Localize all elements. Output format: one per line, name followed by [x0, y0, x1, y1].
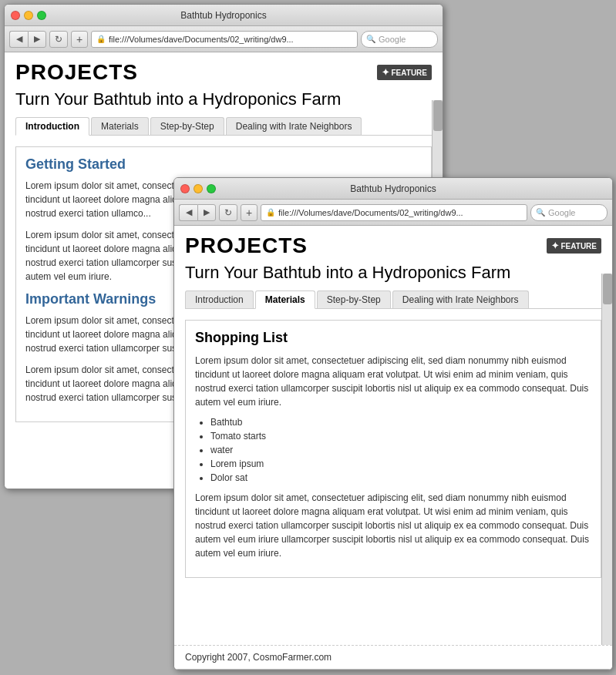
projects-title-2: PROJECTS	[185, 233, 308, 258]
title-bar-1: Bathtub Hydroponics	[5, 5, 443, 26]
scrollbar-thumb-2[interactable]	[603, 274, 612, 304]
window-controls-1	[11, 11, 46, 20]
maximize-button-2[interactable]	[207, 184, 216, 193]
window-title-1: Bathtub Hydroponics	[180, 10, 266, 21]
scrollbar-thumb-1[interactable]	[433, 100, 443, 131]
minimize-button-2[interactable]	[194, 184, 203, 193]
list-item-bathtub: Bathtub	[210, 417, 591, 428]
scrollbar-2[interactable]	[601, 274, 612, 645]
add-button-1[interactable]: +	[71, 31, 88, 48]
projects-header-2: PROJECTS ✦ FEATURE	[185, 233, 601, 258]
address-lock-icon-1: 🔒	[96, 35, 106, 43]
scroll-left-button[interactable]: ◀	[591, 670, 600, 671]
tabs-2: Introduction Materials Step-by-Step Deal…	[185, 290, 601, 309]
tabs-1: Introduction Materials Step-by-Step Deal…	[15, 117, 432, 136]
forward-button-1[interactable]: ▶	[28, 31, 46, 48]
feature-star-icon-2: ✦	[551, 240, 559, 251]
page-title-1: Turn Your Bathtub into a Hydroponics Far…	[15, 89, 432, 109]
shopping-text2-2: Lorem ipsum dolor sit amet, consectetuer…	[195, 491, 591, 560]
page-title-2: Turn Your Bathtub into a Hydroponics Far…	[185, 263, 601, 283]
nav-group-1: ◀ ▶	[9, 31, 46, 48]
title-bar-2: Bathtub Hydroponics	[174, 178, 612, 200]
minimize-button-1[interactable]	[24, 11, 33, 20]
page-content-2: PROJECTS ✦ FEATURE Turn Your Bathtub int…	[174, 226, 612, 645]
browser-window-2: Bathtub Hydroponics ◀ ▶ ↻ + 🔒 file:///Vo…	[173, 177, 613, 670]
tab-dealing-1[interactable]: Dealing with Irate Neighbors	[226, 117, 362, 135]
tab-materials-1[interactable]: Materials	[91, 117, 149, 135]
refresh-button-2[interactable]: ↻	[219, 204, 237, 221]
address-bar-1[interactable]: 🔒 file:///Volumes/dave/Documents/02_writ…	[91, 31, 358, 48]
shopping-list-title-2: Shopping List	[195, 330, 591, 346]
page-inner-2: PROJECTS ✦ FEATURE Turn Your Bathtub int…	[174, 226, 612, 645]
shopping-list-2: Bathtub Tomato starts water Lorem ipsum …	[210, 417, 591, 483]
nav-group-2: ◀ ▶	[179, 204, 216, 221]
window-title-2: Bathtub Hydroponics	[350, 183, 436, 194]
tab-introduction-2[interactable]: Introduction	[185, 290, 254, 308]
feature-badge-1: ✦ FEATURE	[377, 65, 432, 80]
back-button-1[interactable]: ◀	[9, 31, 28, 48]
forward-button-2[interactable]: ▶	[197, 204, 216, 221]
toolbar-2: ◀ ▶ ↻ + 🔒 file:///Volumes/dave/Documents…	[174, 200, 612, 226]
tab-dealing-2[interactable]: Dealing with Irate Neighbors	[392, 290, 529, 308]
tab-introduction-1[interactable]: Introduction	[15, 117, 89, 136]
scroll-right-button[interactable]: ▶	[601, 670, 611, 671]
address-bar-2[interactable]: 🔒 file:///Volumes/dave/Documents/02_writ…	[261, 204, 527, 221]
content-box-2: Shopping List Lorem ipsum dolor sit amet…	[185, 320, 601, 578]
shopping-text1-2: Lorem ipsum dolor sit amet, consectetuer…	[195, 354, 591, 409]
back-button-2[interactable]: ◀	[179, 204, 197, 221]
close-button-2[interactable]	[180, 184, 190, 193]
search-bar-2[interactable]: 🔍 Google	[530, 204, 608, 221]
tab-step-by-step-2[interactable]: Step-by-Step	[317, 290, 391, 308]
address-lock-icon-2: 🔒	[266, 208, 275, 217]
footer-2: Copyright 2007, CosmoFarmer.com	[174, 645, 612, 669]
close-button-1[interactable]	[11, 11, 20, 20]
feature-badge-2: ✦ FEATURE	[547, 238, 601, 254]
footer-text-2: Copyright 2007, CosmoFarmer.com	[185, 652, 332, 663]
list-item-water: water	[210, 445, 591, 455]
maximize-button-1[interactable]	[37, 11, 46, 20]
projects-title-1: PROJECTS	[15, 60, 138, 85]
tab-step-by-step-1[interactable]: Step-by-Step	[150, 117, 224, 135]
projects-header-1: PROJECTS ✦ FEATURE	[15, 60, 432, 85]
list-item-dolor: Dolor sat	[210, 472, 591, 483]
scrollbar-arrows: ◀ ▶	[591, 670, 611, 671]
add-button-2[interactable]: +	[241, 204, 258, 221]
horizontal-scrollbar-2[interactable]: ◀ ▶	[174, 669, 612, 670]
toolbar-1: ◀ ▶ ↻ + 🔒 file:///Volumes/dave/Documents…	[5, 26, 443, 52]
window-controls-2	[180, 184, 216, 193]
refresh-button-1[interactable]: ↻	[49, 31, 68, 48]
feature-star-icon-1: ✦	[382, 67, 389, 78]
list-item-lorem: Lorem ipsum	[210, 458, 591, 469]
search-icon-2: 🔍	[536, 208, 545, 217]
search-bar-1[interactable]: 🔍 Google	[361, 31, 438, 48]
section1-title-1: Getting Started	[25, 156, 422, 173]
search-icon-1: 🔍	[366, 35, 375, 43]
tab-materials-2[interactable]: Materials	[255, 290, 315, 309]
list-item-tomato: Tomato starts	[210, 431, 591, 442]
